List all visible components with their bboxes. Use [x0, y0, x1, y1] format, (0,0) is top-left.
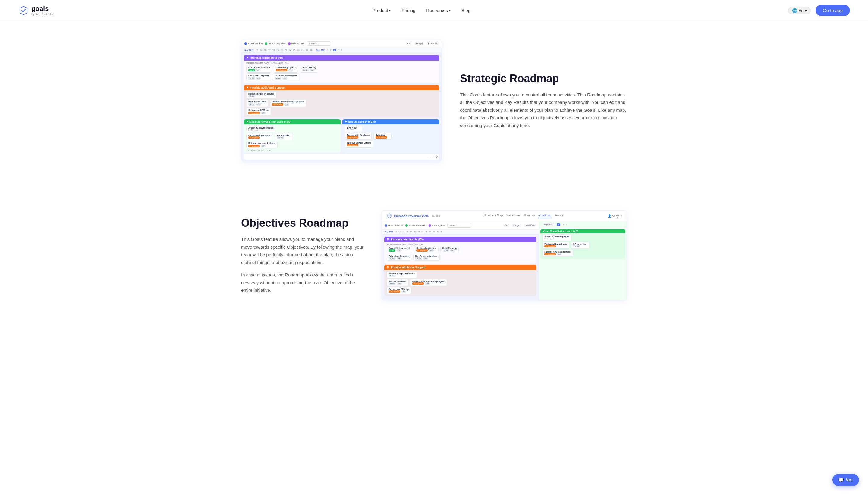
zoom-out-btn[interactable]: − [427, 155, 429, 158]
obj-support-kr-row2: Recruit new team To do VP Develop new ed… [246, 99, 437, 107]
nav-blog-label: Blog [461, 8, 471, 13]
kpi-tag: KPI [406, 42, 412, 45]
lang-label: En [798, 8, 803, 13]
obj-app-header: Increase revenue 20% 31 dec Objective Ma… [382, 211, 627, 221]
nav-worksheet[interactable]: Worksheet [506, 214, 521, 218]
hide-ksf-tag: Hide KSF [426, 42, 439, 45]
kr-competitive-research: Competitive research Done VP [246, 65, 272, 72]
kr-improve-service-letters: Improve Service Letters In progress [345, 141, 373, 148]
section-divider [0, 181, 868, 192]
objectives-roadmap-paragraph1: This Goals feature allows you to manage … [241, 236, 363, 266]
obj-support-header: ⚑ Provide additional Support [244, 85, 439, 90]
logo-subtitle: by KeepSolid Inc. [31, 13, 55, 16]
budget-tag: Budget [414, 42, 424, 45]
nav-roadmap[interactable]: Roadmap [538, 214, 551, 218]
settings-btn[interactable]: ⚙ [435, 155, 438, 158]
main-nav: Product ▾ Pricing Resources ▾ Blog [373, 8, 471, 13]
obj-support: ⚑ Provide additional Support Relaunch su… [244, 85, 439, 117]
obj-left-content: ⚑ Increase retention to 80% Increase ret… [382, 234, 539, 300]
hide-sprints-label: Hide Sprints [292, 42, 305, 45]
obj-retention-kr-row1: Competitive research Done VP On boarding… [246, 65, 437, 72]
hide-overdue-label: Hide Overdue [248, 42, 263, 45]
obj-retention-title: Increase retention to 80% [250, 56, 283, 59]
objectives-roadmap-section: Objectives Roadmap This Goals feature al… [217, 192, 651, 319]
globe-icon: 🌐 [792, 8, 797, 13]
kr-onboarding-update: On boarding update In progress VP [274, 65, 298, 72]
obj-app-logo: Increase revenue 20% 31 dec [387, 213, 440, 219]
obj-dau-header: ⚑ Increase number of DAU [342, 119, 439, 124]
rm-search-input[interactable] [307, 41, 331, 46]
go-to-app-button[interactable]: Go to app [816, 5, 850, 16]
nav-resources-label: Resources [426, 8, 448, 13]
kr-crm-sys: Set up new CRM sys In progress VP [246, 108, 271, 115]
obj-retention-sub: Increase retention <80% 57% / 100% △43 [246, 62, 437, 64]
nav-blog[interactable]: Blog [461, 8, 471, 13]
roadmap-mock: Hide Overdue Hide Completed Hide Sprints… [241, 39, 442, 162]
obj-logo-icon [387, 213, 392, 219]
nav-report[interactable]: Report [555, 214, 564, 218]
obj-attract-body: Attract 20 new Big teams 8 / 20 △12 Part [244, 124, 341, 153]
rm-timeline: Aug 2021 1214 1617 1820 2122 2425 2628 3… [241, 48, 442, 53]
nav-pricing-label: Pricing [402, 8, 415, 13]
obj-support-body: Relaunch support service To do Recruit n… [244, 90, 439, 117]
obj-search-input[interactable] [447, 223, 471, 228]
obj-left-timeline: Aug 2021 1214 1617 1820 2224 2526 2830 3… [382, 230, 539, 234]
kr-develop-education: Develop new education program In progres… [270, 99, 307, 107]
strategic-roadmap-screenshot: Hide Overdue Hide Completed Hide Sprints… [241, 39, 442, 162]
hide-completed: Hide Completed [265, 42, 285, 45]
objectives-roadmap-paragraph2: In case of issues, the Roadmap allows th… [241, 271, 363, 294]
user-icon: 👤 [608, 215, 611, 218]
obj-right-panel: Sep 2021 4 6 7 Attract 20 new Big team u… [539, 221, 627, 300]
obj-support-kr-row1: Relaunch support service To do [246, 91, 437, 99]
nav-pricing[interactable]: Pricing [402, 8, 415, 13]
obj-app-nav: Objective Map Worksheet Kanban Roadmap R… [484, 214, 564, 218]
kr-recruit-team: Recruit new team To do VP [246, 99, 268, 107]
objectives-roadmap-content: Objectives Roadmap This Goals feature al… [241, 211, 363, 300]
obj-dau-title: Increase number of DAU [347, 120, 376, 123]
aug-label: Aug 2021 [244, 49, 254, 51]
kr-relaunch-support: Relaunch support service To do [246, 91, 276, 99]
nav-product-label: Product [373, 8, 388, 13]
navbar: goals by KeepSolid Inc. Product ▾ Pricin… [0, 0, 868, 21]
obj-left-support: ⚑ Provide additional Support Relaunch su… [384, 264, 537, 296]
obj-attract-footer: Tod Attract 20 Big 08 / 20 △ 12 [246, 149, 338, 151]
hide-completed-label: Hide Completed [268, 42, 285, 45]
obj-attract: ⚑ Attract 20 new Big team users in Q3 At… [244, 119, 341, 153]
language-button[interactable]: 🌐 En ▾ [788, 6, 811, 15]
strategic-roadmap-description: This Goals feature allows you to control… [460, 91, 627, 130]
obj-support-title: Provide additional Support [250, 86, 285, 89]
strategic-roadmap-section: Hide Overdue Hide Completed Hide Sprints… [217, 21, 651, 181]
logo-name: goals [31, 5, 55, 13]
kr-use-case-marketplace: Use Case marketplace To do VP [273, 73, 299, 81]
obj-right-toolbar: Sep 2021 4 6 7 [539, 221, 627, 228]
zoom-in-btn[interactable]: + [431, 155, 433, 158]
obj-dau-icon: ⚑ [345, 120, 347, 123]
kr-habit-forming: Habit Forming To do VP [300, 65, 318, 72]
obj-attract-icon: ⚑ [246, 120, 248, 123]
obj-retention-body: Increase retention <80% 57% / 100% △43 C… [244, 61, 439, 83]
rm-main-content: ⚑ Increase retention to 80% Increase ret… [241, 53, 442, 162]
obj-dau: ⚑ Increase number of DAU DAU > 500 220 /… [342, 119, 439, 153]
obj-support-kr-row3: Set up new CRM sys In progress VP [246, 108, 437, 115]
obj-user-label: 👤 Andy D [608, 215, 622, 218]
obj-attract-title: Attract 20 new Big team users in Q3 [249, 120, 290, 123]
nav-kanban[interactable]: Kanban [524, 214, 535, 218]
obj-right-attract: Attract 20 new Big team users in Q3 Attr… [540, 229, 625, 259]
obj-left-toolbar: Hide Overdue Hide Completed Hide Sprints… [382, 221, 539, 230]
logo: goals by KeepSolid Inc. [18, 5, 55, 16]
hide-overdue: Hide Overdue [244, 42, 263, 45]
obj-retention: ⚑ Increase retention to 80% Increase ret… [244, 55, 439, 83]
obj-two-panel: Hide Overdue Hide Completed Hide Sprints… [382, 221, 627, 300]
obj-left-panel: Hide Overdue Hide Completed Hide Sprints… [382, 221, 539, 300]
nav-resources-chevron: ▾ [449, 9, 451, 12]
strategic-roadmap-content: Strategic Roadmap This Goals feature all… [460, 66, 627, 136]
rm-bottom-toolbar: − + ⚙ [244, 154, 439, 159]
nav-objective-map[interactable]: Objective Map [484, 214, 503, 218]
lang-chevron: ▾ [805, 8, 807, 13]
nav-resources[interactable]: Resources ▾ [426, 8, 451, 13]
objectives-roadmap-title: Objectives Roadmap [241, 217, 363, 229]
kr-educational-support: Educational support To do VP [246, 73, 271, 81]
sep-label: Sep 2021 [316, 49, 325, 51]
nav-product[interactable]: Product ▾ [373, 8, 391, 13]
nav-product-chevron: ▾ [389, 9, 391, 12]
